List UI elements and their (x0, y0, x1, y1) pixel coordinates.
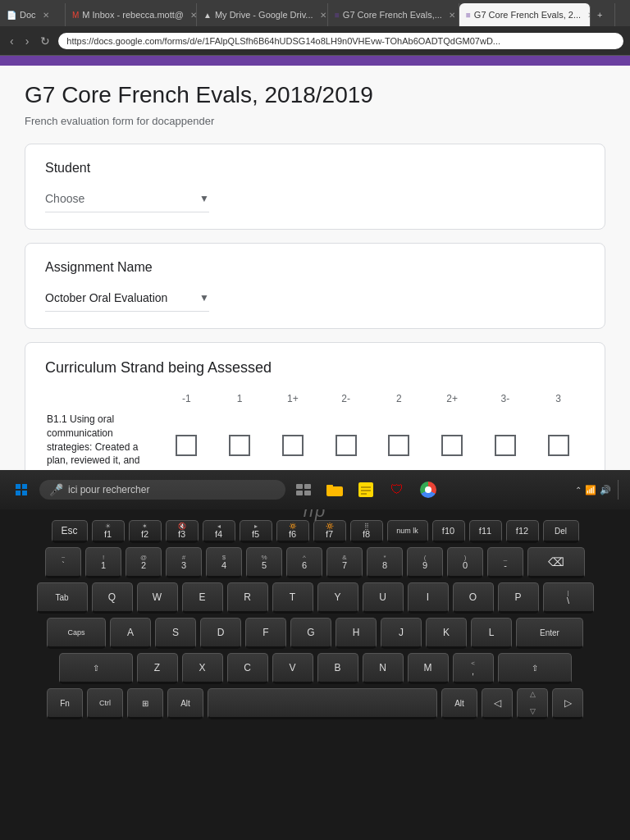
key-8[interactable]: *8 (367, 547, 403, 578)
key-f7[interactable]: 🔆f7 (313, 520, 346, 543)
forward-button[interactable]: › (22, 33, 33, 49)
key-arrow-left[interactable]: ◁ (482, 688, 513, 719)
key-j[interactable]: J (381, 618, 422, 649)
key-f3[interactable]: 🔇f3 (166, 520, 199, 543)
key-backspace[interactable]: ⌫ (527, 547, 585, 578)
key-g[interactable]: G (290, 618, 331, 649)
key-6[interactable]: ^6 (286, 547, 322, 578)
key-7[interactable]: &7 (326, 547, 363, 578)
key-del[interactable]: Del (543, 520, 579, 543)
address-input[interactable] (58, 33, 623, 49)
key-win[interactable]: ⊞ (127, 688, 163, 719)
key-ctrl-left[interactable]: Ctrl (87, 688, 123, 719)
b1-1-checkbox-neg1[interactable] (176, 435, 197, 456)
key-3[interactable]: #3 (166, 547, 202, 578)
key-f5[interactable]: ▸f5 (240, 520, 272, 543)
new-tab-button[interactable]: + (591, 3, 615, 26)
sticky-notes-button[interactable] (353, 477, 379, 503)
key-arrow-right[interactable]: ▷ (552, 688, 583, 719)
key-shift-right[interactable]: ⇧ (498, 653, 572, 684)
key-backslash[interactable]: |\ (543, 582, 594, 614)
key-z[interactable]: Z (137, 653, 178, 684)
key-fn[interactable]: Fn (47, 688, 83, 719)
b1-1-checkbox-3minus[interactable] (495, 435, 516, 456)
b1-1-checkbox-3[interactable] (548, 435, 569, 456)
key-f[interactable]: F (245, 618, 286, 649)
b1-1-checkbox-2plus[interactable] (441, 435, 463, 456)
b1-1-checkbox-1plus[interactable] (282, 435, 304, 456)
key-o[interactable]: O (453, 582, 494, 614)
chrome-button[interactable] (415, 477, 441, 503)
key-u[interactable]: U (363, 582, 404, 614)
key-k[interactable]: K (426, 618, 467, 649)
key-5[interactable]: %5 (246, 547, 282, 578)
key-tab[interactable]: Tab (37, 582, 88, 614)
tab-g7evals1-close[interactable]: ✕ (449, 11, 455, 20)
key-backtick[interactable]: ~` (45, 547, 81, 578)
assignment-dropdown[interactable]: October Oral Evaluation ▼ (45, 285, 209, 312)
tab-drive[interactable]: ▲ My Drive - Google Driv... ✕ (197, 3, 328, 26)
antivirus-button[interactable]: 🛡 (384, 477, 410, 503)
key-d[interactable]: D (200, 618, 241, 649)
tab-doc-close[interactable]: ✕ (43, 11, 49, 20)
key-f2[interactable]: ✶f2 (129, 520, 162, 543)
key-s[interactable]: S (155, 618, 196, 649)
b1-1-checkbox-2[interactable] (388, 435, 409, 456)
tab-doc[interactable]: 📄 Doc ✕ (0, 3, 66, 26)
key-f11[interactable]: f11 (469, 520, 502, 543)
key-y[interactable]: Y (317, 582, 358, 614)
refresh-button[interactable]: ↻ (37, 33, 53, 49)
key-9[interactable]: (9 (407, 547, 443, 578)
taskbar-search-box[interactable]: 🎤 ici pour rechercher (39, 480, 285, 500)
key-f6[interactable]: 🔅f6 (276, 520, 309, 543)
key-alt-right[interactable]: Alt (441, 688, 477, 719)
key-t[interactable]: T (272, 582, 313, 614)
key-f1[interactable]: ☀f1 (92, 520, 125, 543)
key-shift-left[interactable]: ⇧ (59, 653, 133, 684)
key-enter[interactable]: Enter (516, 618, 583, 649)
b1-1-checkbox-2minus[interactable] (336, 435, 357, 456)
key-1[interactable]: !1 (85, 547, 121, 578)
key-p[interactable]: P (498, 582, 539, 614)
key-0[interactable]: )0 (447, 547, 483, 578)
key-l[interactable]: L (471, 618, 512, 649)
tab-g7evals2[interactable]: ≡ G7 Core French Evals, 2... ✕ (459, 3, 591, 26)
back-button[interactable]: ‹ (7, 33, 17, 49)
key-e[interactable]: E (182, 582, 223, 614)
key-4[interactable]: $4 (206, 547, 242, 578)
task-view-button[interactable] (290, 477, 317, 503)
key-q[interactable]: Q (92, 582, 133, 614)
key-x[interactable]: X (182, 653, 223, 684)
student-dropdown[interactable]: Choose ▼ (45, 185, 209, 212)
file-explorer-button[interactable] (322, 477, 348, 503)
key-numlk[interactable]: num lk (387, 520, 428, 543)
key-n[interactable]: N (363, 653, 404, 684)
key-f12[interactable]: f12 (506, 520, 539, 543)
key-c[interactable]: C (227, 653, 268, 684)
key-w[interactable]: W (137, 582, 178, 614)
key-v[interactable]: V (272, 653, 313, 684)
key-a[interactable]: A (110, 618, 151, 649)
tab-inbox-close[interactable]: ✕ (190, 11, 197, 20)
tab-inbox[interactable]: M M Inbox - rebecca.mott@ ✕ (66, 3, 197, 26)
key-space[interactable] (208, 688, 437, 719)
key-2[interactable]: @2 (126, 547, 162, 578)
key-b[interactable]: B (317, 653, 358, 684)
key-h[interactable]: H (336, 618, 377, 649)
key-f8[interactable]: ⣿f8 (350, 520, 383, 543)
tab-drive-close[interactable]: ✕ (320, 11, 326, 20)
b1-1-checkbox-1[interactable] (229, 435, 250, 456)
key-i[interactable]: I (408, 582, 449, 614)
taskbar-chevron-up[interactable]: ⌃ (575, 486, 582, 495)
key-m[interactable]: M (408, 653, 449, 684)
tab-g7evals1[interactable]: ≡ G7 Core French Evals,... ✕ (328, 3, 459, 26)
key-f4[interactable]: ◂f4 (203, 520, 235, 543)
key-arrow-up-down[interactable]: △ ▽ (517, 688, 548, 719)
key-f10[interactable]: f10 (432, 520, 465, 543)
key-minus[interactable]: _- (487, 547, 523, 578)
key-esc[interactable]: Esc (52, 520, 88, 543)
key-r[interactable]: R (227, 582, 268, 614)
key-comma[interactable]: <, (453, 653, 494, 684)
windows-start-button[interactable] (8, 477, 34, 503)
key-alt-left[interactable]: Alt (167, 688, 203, 719)
